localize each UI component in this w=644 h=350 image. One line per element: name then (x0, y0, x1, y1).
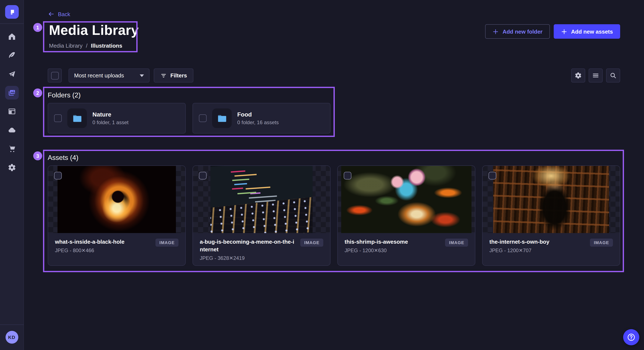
folders-heading: Folders (2) (48, 91, 81, 99)
settings-gear-icon (8, 163, 16, 172)
folder-thumbnail (212, 108, 232, 128)
asset-checkbox[interactable] (54, 172, 62, 179)
sidebar-nav (5, 30, 18, 174)
app-window: KD Back Media Library Media Library / Il… (0, 0, 644, 350)
breadcrumb-parent[interactable]: Media Library (49, 42, 83, 49)
back-arrow-icon (48, 11, 54, 17)
folder-name: Food (237, 111, 279, 118)
asset-meta: JPEG - 1200✕630 (344, 247, 442, 253)
page-title: Media Library (49, 22, 139, 38)
folder-checkbox[interactable] (199, 114, 206, 122)
question-mark-icon (626, 333, 636, 342)
add-new-assets-label: Add new assets (571, 28, 613, 35)
add-new-folder-button[interactable]: Add new folder (485, 24, 550, 39)
paper-plane-icon (8, 70, 16, 78)
folder-icon (216, 113, 228, 124)
layout-window-icon (8, 107, 16, 116)
plus-icon (561, 28, 567, 35)
folder-thumbnail (67, 108, 87, 128)
asset-type-badge: IMAGE (445, 239, 468, 247)
sort-dropdown-value: Most recent uploads (74, 72, 124, 79)
sidebar-item-marketplace[interactable] (5, 142, 18, 156)
sidebar-item-releases[interactable] (5, 67, 18, 81)
asset-name: what-s-inside-a-black-hole (55, 238, 152, 246)
toolbar: Most recent uploads Filters (48, 68, 193, 82)
asset-meta: JPEG - 800✕466 (55, 247, 152, 253)
header-actions: Add new folder Add new assets (485, 24, 620, 39)
asset-info: a-bug-is-becoming-a-meme-on-the-internet… (200, 238, 297, 261)
folder-checkbox[interactable] (54, 114, 62, 122)
sidebar-item-content-type-builder[interactable] (5, 105, 18, 118)
home-icon (8, 32, 16, 41)
toolbar-view-options (571, 68, 620, 82)
strapi-logo-button[interactable] (5, 5, 18, 19)
folder-card-food[interactable]: Food 0 folder, 16 assets (192, 103, 330, 134)
asset-checkbox[interactable] (344, 172, 352, 179)
sidebar-item-settings[interactable] (5, 161, 18, 174)
feather-icon (8, 51, 16, 59)
asset-thumbnail-library-portrait (493, 166, 609, 233)
sidebar-item-media-library[interactable] (5, 86, 18, 100)
asset-footer: a-bug-is-becoming-a-meme-on-the-internet… (193, 233, 330, 266)
asset-media-area (482, 166, 620, 233)
sidebar-footer: KD (0, 325, 24, 350)
sidebar-item-content-manager[interactable] (5, 48, 18, 62)
asset-type-badge: IMAGE (156, 239, 178, 247)
folder-icon (71, 113, 83, 124)
asset-name: a-bug-is-becoming-a-meme-on-the-internet (200, 238, 297, 253)
strapi-logo-icon (8, 8, 16, 16)
grid-settings-button[interactable] (571, 68, 585, 82)
asset-card-laptop-code[interactable]: a-bug-is-becoming-a-meme-on-the-internet… (192, 166, 330, 266)
shopping-cart-icon (8, 145, 16, 153)
sidebar-item-cloud[interactable] (5, 123, 18, 137)
breadcrumb: Media Library / Illustrations (49, 42, 122, 49)
annotation-badge-1: 1 (33, 23, 42, 32)
asset-card-shrimp[interactable]: this-shrimp-is-awesome JPEG - 1200✕630 I… (337, 166, 475, 266)
asset-checkbox[interactable] (199, 172, 206, 179)
annotation-badge-2: 2 (33, 88, 42, 97)
select-all-button[interactable] (48, 68, 62, 82)
list-view-button[interactable] (589, 68, 603, 82)
search-button[interactable] (606, 68, 620, 82)
asset-footer: this-shrimp-is-awesome JPEG - 1200✕630 I… (338, 233, 475, 265)
media-library-icon (8, 88, 16, 97)
annotation-badge-3: 3 (33, 151, 42, 160)
filters-button[interactable]: Filters (154, 68, 193, 82)
back-link[interactable]: Back (48, 11, 70, 17)
sidebar-divider (0, 23, 24, 24)
asset-checkbox[interactable] (488, 172, 496, 179)
folder-info: Nature 0 folder, 1 asset (92, 111, 128, 126)
search-icon (610, 72, 617, 79)
asset-thumbnail-black-hole (58, 166, 176, 233)
assets-heading: Assets (4) (48, 154, 78, 162)
breadcrumb-separator: / (86, 42, 88, 49)
asset-name: the-internet-s-own-boy (490, 238, 586, 246)
settings-gear-icon (574, 72, 582, 79)
asset-meta: JPEG - 1200✕707 (490, 247, 586, 253)
filter-icon (160, 72, 167, 79)
add-new-folder-label: Add new folder (502, 28, 543, 35)
asset-thumbnail-mantis-shrimp (341, 166, 472, 233)
user-avatar[interactable]: KD (5, 331, 18, 344)
asset-media-area (48, 166, 185, 233)
asset-card-black-hole[interactable]: what-s-inside-a-black-hole JPEG - 800✕46… (48, 166, 186, 266)
asset-meta: JPEG - 3628✕2419 (200, 255, 297, 261)
folder-card-nature[interactable]: Nature 0 folder, 1 asset (48, 103, 186, 134)
asset-media-area (338, 166, 475, 233)
select-all-checkbox[interactable] (51, 72, 58, 79)
help-button[interactable] (623, 329, 639, 345)
asset-type-badge: IMAGE (590, 239, 613, 247)
filters-label: Filters (170, 72, 187, 79)
sidebar: KD (0, 0, 24, 350)
folder-name: Nature (92, 111, 128, 118)
asset-card-internet-own-boy[interactable]: the-internet-s-own-boy JPEG - 1200✕707 I… (482, 166, 620, 266)
add-new-assets-button[interactable]: Add new assets (554, 24, 620, 39)
folder-info: Food 0 folder, 16 assets (237, 111, 279, 126)
asset-info: what-s-inside-a-black-hole JPEG - 800✕46… (55, 238, 152, 253)
folder-meta: 0 folder, 16 assets (237, 120, 279, 126)
sort-dropdown[interactable]: Most recent uploads (68, 68, 150, 82)
asset-footer: what-s-inside-a-black-hole JPEG - 800✕46… (48, 233, 185, 265)
sidebar-footer-divider (0, 325, 24, 325)
sidebar-item-home[interactable] (5, 30, 18, 43)
asset-media-area (193, 166, 330, 233)
